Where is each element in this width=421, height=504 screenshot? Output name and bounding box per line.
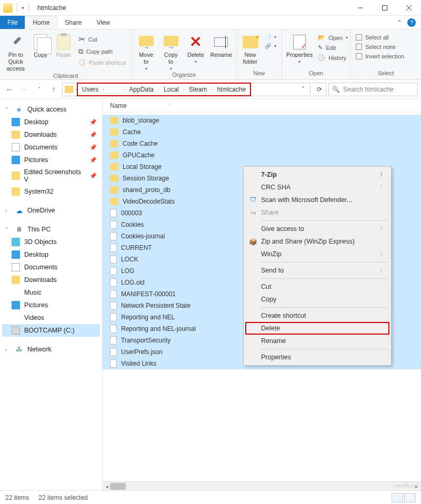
context-menu-item[interactable]: Cut: [245, 280, 389, 293]
navigation-pane: ˅★Quick access Desktop📌Downloads📌Documen…: [0, 99, 103, 490]
history-button[interactable]: 🕓History: [317, 54, 349, 62]
invert-selection-button[interactable]: Invert selection: [355, 53, 405, 60]
search-input[interactable]: 🔍 Search htmlcache: [328, 83, 418, 96]
pin-to-quick-access-button[interactable]: Pin to Quick access: [4, 32, 27, 73]
close-button[interactable]: [397, 0, 421, 16]
context-menu-item[interactable]: Send to〉: [245, 264, 389, 277]
nav-item[interactable]: BOOTCAMP (C:): [2, 324, 100, 337]
context-menu-item[interactable]: Delete: [245, 322, 389, 335]
context-menu-item[interactable]: Properties: [245, 351, 389, 364]
cut-button[interactable]: ✂Cut: [77, 34, 127, 45]
folder-icon: [12, 130, 20, 139]
folder-icon: [110, 152, 118, 159]
address-bar[interactable]: › Users› › AppData› Local› Steam› htmlca…: [62, 83, 310, 96]
nav-item[interactable]: Downloads📌: [2, 128, 100, 141]
qat-dropdown[interactable]: ▾: [22, 5, 24, 11]
nav-item[interactable]: System32: [2, 185, 100, 198]
shield-icon: 🛡: [248, 195, 258, 205]
folder-icon: [3, 3, 13, 13]
easy-access-button[interactable]: 🔗▾: [264, 43, 277, 49]
details-view-button[interactable]: [392, 493, 403, 502]
copy-button[interactable]: Copy: [31, 32, 50, 58]
back-button[interactable]: ←: [3, 83, 16, 96]
nav-onedrive[interactable]: ›☁OneDrive: [2, 204, 100, 217]
context-menu-item[interactable]: 🛡Scan with Microsoft Defender...: [245, 194, 389, 206]
star-icon: ★: [15, 105, 23, 114]
breadcrumb[interactable]: Users: [80, 85, 101, 94]
paste-button[interactable]: Paste: [54, 32, 73, 58]
help-button[interactable]: ?: [407, 18, 416, 27]
breadcrumb[interactable]: AppData: [127, 85, 156, 94]
chevron-right-icon: 〉: [380, 267, 385, 274]
context-menu-item[interactable]: Rename: [245, 335, 389, 347]
minimize-button[interactable]: [348, 0, 373, 16]
nav-item[interactable]: Documents📌: [2, 141, 100, 154]
context-menu-item[interactable]: CRC SHA〉: [245, 181, 389, 194]
tab-file[interactable]: File: [0, 16, 25, 29]
edit-button[interactable]: ✎Edit: [317, 44, 349, 52]
file-row[interactable]: Code Cache: [103, 138, 421, 149]
tab-view[interactable]: View: [89, 16, 117, 29]
copy-to-button[interactable]: → Copy to▾: [161, 32, 181, 72]
breadcrumb[interactable]: Local: [162, 85, 181, 94]
refresh-button[interactable]: ⟳: [313, 83, 326, 96]
scissors-icon: ✂: [78, 34, 85, 44]
drive-icon: [12, 326, 20, 335]
properties-button[interactable]: Properties▾: [286, 32, 313, 65]
nav-item[interactable]: Edited Screenshots V📌: [2, 166, 100, 185]
nav-item[interactable]: 3D Objects: [2, 236, 100, 248]
address-dropdown[interactable]: ˅: [298, 86, 308, 93]
nav-item[interactable]: Music: [2, 286, 100, 299]
nav-item[interactable]: Desktop📌: [2, 116, 100, 128]
forward-button[interactable]: →: [18, 83, 31, 96]
nav-network[interactable]: ›🖧Network: [2, 343, 100, 356]
nav-item[interactable]: Pictures📌: [2, 154, 100, 166]
group-label: Open: [286, 70, 346, 77]
rename-button[interactable]: Rename: [210, 32, 232, 58]
nav-item[interactable]: Desktop: [2, 248, 100, 261]
column-header-name[interactable]: Name ˄: [103, 99, 421, 113]
context-menu-item[interactable]: Create shortcut: [245, 309, 389, 322]
folder-icon: [110, 163, 118, 170]
move-to-button[interactable]: → Move to▾: [136, 32, 156, 72]
context-menu-item[interactable]: 📦Zip and Share (WinZip Express): [245, 235, 389, 248]
zip-icon: 📦: [248, 237, 258, 246]
nav-item[interactable]: Videos: [2, 311, 100, 324]
file-row[interactable]: GPUCache: [103, 149, 421, 161]
copy-path-button[interactable]: ⧉Copy path: [77, 47, 127, 56]
context-menu-item[interactable]: Give access to〉: [245, 223, 389, 235]
collapse-ribbon-button[interactable]: ⌃: [397, 19, 402, 26]
thumbnails-view-button[interactable]: [404, 493, 416, 502]
context-menu-item[interactable]: WinZip〉: [245, 248, 389, 260]
up-button[interactable]: ↑: [47, 83, 60, 96]
new-folder-button[interactable]: New folder: [241, 32, 259, 65]
pc-icon: 🖥: [15, 225, 23, 234]
paste-icon: [57, 34, 71, 50]
select-all-button[interactable]: Select all: [355, 34, 405, 41]
new-item-button[interactable]: 📄▾: [264, 34, 277, 41]
context-menu-item[interactable]: Copy: [245, 293, 389, 306]
nav-quick-access[interactable]: ˅★Quick access: [2, 103, 100, 116]
nav-item[interactable]: Documents: [2, 261, 100, 274]
copy-path-icon: ⧉: [78, 47, 83, 56]
breadcrumb[interactable]: htmlcache: [215, 85, 248, 94]
nav-item[interactable]: Downloads: [2, 274, 100, 286]
context-menu-item[interactable]: 7-Zip〉: [245, 168, 389, 181]
tab-home[interactable]: Home: [25, 16, 57, 29]
recent-locations-button[interactable]: ˅: [33, 83, 45, 96]
share-icon: ↪: [248, 208, 258, 217]
select-none-button[interactable]: Select none: [355, 43, 405, 51]
open-button[interactable]: 📂Open▾: [317, 34, 349, 42]
tab-share[interactable]: Share: [57, 16, 89, 29]
group-label: Organize: [136, 72, 232, 79]
file-row[interactable]: blob_storage: [103, 115, 421, 126]
paste-shortcut-button[interactable]: 📋Paste shortcut: [77, 58, 127, 66]
nav-this-pc[interactable]: ˅🖥This PC: [2, 223, 100, 236]
maximize-button[interactable]: [373, 0, 397, 16]
context-menu-item[interactable]: ↪Share: [245, 206, 389, 219]
nav-item[interactable]: Pictures: [2, 299, 100, 311]
horizontal-scrollbar[interactable]: ◂▸: [103, 481, 421, 490]
breadcrumb[interactable]: Steam: [187, 85, 209, 94]
file-row[interactable]: Cache: [103, 126, 421, 138]
delete-button[interactable]: ✕ Delete▾: [185, 32, 206, 65]
